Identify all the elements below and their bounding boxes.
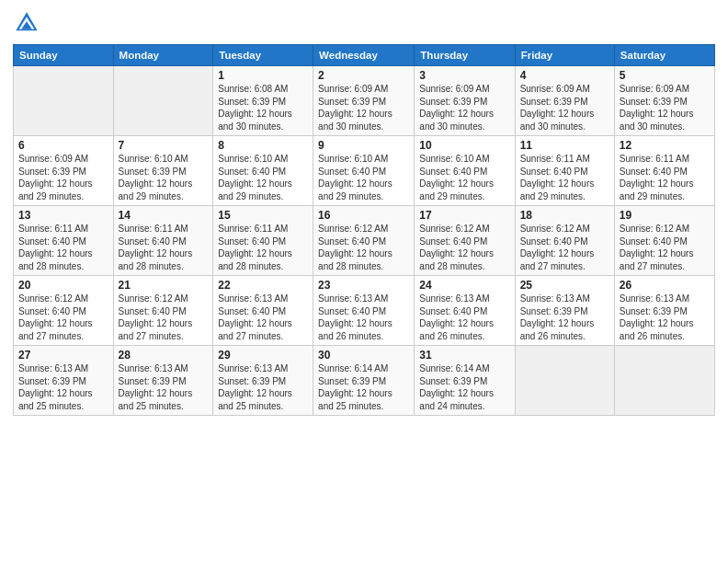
calendar-cell: 14Sunrise: 6:11 AM Sunset: 6:40 PM Dayli… [113, 206, 213, 276]
day-number: 31 [419, 349, 509, 362]
calendar-header-thursday: Thursday [415, 45, 515, 66]
day-number: 9 [318, 139, 409, 152]
calendar-cell: 12Sunrise: 6:11 AM Sunset: 6:40 PM Dayli… [614, 136, 714, 206]
day-number: 10 [419, 139, 509, 152]
day-number: 24 [419, 279, 509, 292]
calendar-cell: 15Sunrise: 6:11 AM Sunset: 6:40 PM Dayli… [213, 206, 313, 276]
day-info: Sunrise: 6:14 AM Sunset: 6:39 PM Dayligh… [318, 362, 409, 412]
calendar-cell [113, 66, 213, 136]
day-number: 12 [620, 139, 710, 152]
day-info: Sunrise: 6:13 AM Sunset: 6:39 PM Dayligh… [218, 362, 308, 412]
calendar-table: SundayMondayTuesdayWednesdayThursdayFrid… [13, 44, 715, 416]
logo-icon [13, 9, 40, 37]
logo [13, 9, 44, 37]
day-number: 23 [318, 279, 409, 292]
day-info: Sunrise: 6:13 AM Sunset: 6:39 PM Dayligh… [119, 362, 209, 412]
day-info: Sunrise: 6:13 AM Sunset: 6:40 PM Dayligh… [218, 293, 308, 342]
day-info: Sunrise: 6:11 AM Sunset: 6:40 PM Dayligh… [218, 223, 308, 272]
calendar-cell: 13Sunrise: 6:11 AM Sunset: 6:40 PM Dayli… [14, 206, 114, 276]
day-number: 5 [620, 69, 710, 82]
calendar-cell: 29Sunrise: 6:13 AM Sunset: 6:39 PM Dayli… [213, 346, 313, 416]
calendar-week-4: 20Sunrise: 6:12 AM Sunset: 6:40 PM Dayli… [14, 276, 715, 346]
header [13, 9, 715, 37]
calendar-cell: 16Sunrise: 6:12 AM Sunset: 6:40 PM Dayli… [313, 206, 415, 276]
calendar-header-wednesday: Wednesday [313, 45, 415, 66]
calendar-cell: 18Sunrise: 6:12 AM Sunset: 6:40 PM Dayli… [515, 206, 614, 276]
calendar-header-sunday: Sunday [14, 45, 114, 66]
calendar-week-2: 6Sunrise: 6:09 AM Sunset: 6:39 PM Daylig… [14, 136, 715, 206]
day-info: Sunrise: 6:12 AM Sunset: 6:40 PM Dayligh… [318, 223, 409, 272]
day-info: Sunrise: 6:12 AM Sunset: 6:40 PM Dayligh… [419, 223, 509, 272]
calendar-header-saturday: Saturday [614, 45, 714, 66]
day-info: Sunrise: 6:11 AM Sunset: 6:40 PM Dayligh… [18, 223, 108, 272]
day-info: Sunrise: 6:12 AM Sunset: 6:40 PM Dayligh… [119, 293, 209, 342]
day-info: Sunrise: 6:13 AM Sunset: 6:39 PM Dayligh… [520, 293, 609, 342]
calendar-cell: 26Sunrise: 6:13 AM Sunset: 6:39 PM Dayli… [614, 276, 714, 346]
day-number: 6 [18, 139, 108, 152]
day-number: 25 [520, 279, 609, 292]
day-number: 8 [218, 139, 308, 152]
calendar-cell: 9Sunrise: 6:10 AM Sunset: 6:40 PM Daylig… [313, 136, 415, 206]
calendar-cell: 7Sunrise: 6:10 AM Sunset: 6:39 PM Daylig… [113, 136, 213, 206]
calendar-header-monday: Monday [113, 45, 213, 66]
day-number: 14 [119, 209, 209, 222]
day-info: Sunrise: 6:13 AM Sunset: 6:39 PM Dayligh… [18, 362, 108, 412]
day-info: Sunrise: 6:09 AM Sunset: 6:39 PM Dayligh… [520, 83, 609, 132]
day-number: 27 [18, 349, 108, 362]
calendar-cell: 31Sunrise: 6:14 AM Sunset: 6:39 PM Dayli… [415, 346, 515, 416]
day-number: 29 [218, 349, 308, 362]
calendar-cell [14, 66, 114, 136]
day-info: Sunrise: 6:14 AM Sunset: 6:39 PM Dayligh… [419, 362, 509, 412]
calendar-cell: 28Sunrise: 6:13 AM Sunset: 6:39 PM Dayli… [113, 346, 213, 416]
day-number: 15 [218, 209, 308, 222]
day-number: 2 [318, 69, 409, 82]
day-info: Sunrise: 6:09 AM Sunset: 6:39 PM Dayligh… [318, 83, 409, 132]
day-number: 17 [419, 209, 509, 222]
calendar-cell: 2Sunrise: 6:09 AM Sunset: 6:39 PM Daylig… [313, 66, 415, 136]
day-info: Sunrise: 6:13 AM Sunset: 6:39 PM Dayligh… [620, 293, 710, 342]
day-info: Sunrise: 6:11 AM Sunset: 6:40 PM Dayligh… [119, 223, 209, 272]
calendar-cell: 17Sunrise: 6:12 AM Sunset: 6:40 PM Dayli… [415, 206, 515, 276]
day-number: 4 [520, 69, 609, 82]
calendar-cell: 30Sunrise: 6:14 AM Sunset: 6:39 PM Dayli… [313, 346, 415, 416]
day-number: 18 [520, 209, 609, 222]
day-number: 21 [119, 279, 209, 292]
day-info: Sunrise: 6:12 AM Sunset: 6:40 PM Dayligh… [520, 223, 609, 272]
calendar-cell: 4Sunrise: 6:09 AM Sunset: 6:39 PM Daylig… [515, 66, 614, 136]
day-number: 3 [419, 69, 509, 82]
page: SundayMondayTuesdayWednesdayThursdayFrid… [0, 0, 728, 563]
day-info: Sunrise: 6:09 AM Sunset: 6:39 PM Dayligh… [620, 83, 710, 132]
calendar-header-tuesday: Tuesday [213, 45, 313, 66]
day-number: 13 [18, 209, 108, 222]
calendar-cell: 10Sunrise: 6:10 AM Sunset: 6:40 PM Dayli… [415, 136, 515, 206]
day-number: 7 [119, 139, 209, 152]
calendar-cell: 3Sunrise: 6:09 AM Sunset: 6:39 PM Daylig… [415, 66, 515, 136]
day-info: Sunrise: 6:10 AM Sunset: 6:40 PM Dayligh… [218, 153, 308, 202]
day-info: Sunrise: 6:12 AM Sunset: 6:40 PM Dayligh… [620, 223, 710, 272]
day-number: 1 [218, 69, 308, 82]
calendar-cell: 8Sunrise: 6:10 AM Sunset: 6:40 PM Daylig… [213, 136, 313, 206]
day-info: Sunrise: 6:08 AM Sunset: 6:39 PM Dayligh… [218, 83, 308, 132]
day-info: Sunrise: 6:11 AM Sunset: 6:40 PM Dayligh… [520, 153, 609, 202]
day-info: Sunrise: 6:11 AM Sunset: 6:40 PM Dayligh… [620, 153, 710, 202]
day-number: 16 [318, 209, 409, 222]
calendar-cell: 6Sunrise: 6:09 AM Sunset: 6:39 PM Daylig… [14, 136, 114, 206]
calendar-cell: 25Sunrise: 6:13 AM Sunset: 6:39 PM Dayli… [515, 276, 614, 346]
day-info: Sunrise: 6:10 AM Sunset: 6:39 PM Dayligh… [119, 153, 209, 202]
calendar-cell: 23Sunrise: 6:13 AM Sunset: 6:40 PM Dayli… [313, 276, 415, 346]
calendar-cell: 1Sunrise: 6:08 AM Sunset: 6:39 PM Daylig… [213, 66, 313, 136]
calendar-week-3: 13Sunrise: 6:11 AM Sunset: 6:40 PM Dayli… [14, 206, 715, 276]
calendar-week-5: 27Sunrise: 6:13 AM Sunset: 6:39 PM Dayli… [14, 346, 715, 416]
calendar-cell: 11Sunrise: 6:11 AM Sunset: 6:40 PM Dayli… [515, 136, 614, 206]
calendar-week-1: 1Sunrise: 6:08 AM Sunset: 6:39 PM Daylig… [14, 66, 715, 136]
day-info: Sunrise: 6:12 AM Sunset: 6:40 PM Dayligh… [18, 293, 108, 342]
calendar-cell: 22Sunrise: 6:13 AM Sunset: 6:40 PM Dayli… [213, 276, 313, 346]
calendar-cell: 27Sunrise: 6:13 AM Sunset: 6:39 PM Dayli… [14, 346, 114, 416]
day-info: Sunrise: 6:13 AM Sunset: 6:40 PM Dayligh… [419, 293, 509, 342]
calendar-cell [515, 346, 614, 416]
day-number: 30 [318, 349, 409, 362]
calendar-cell: 21Sunrise: 6:12 AM Sunset: 6:40 PM Dayli… [113, 276, 213, 346]
day-info: Sunrise: 6:10 AM Sunset: 6:40 PM Dayligh… [419, 153, 509, 202]
day-number: 11 [520, 139, 609, 152]
day-number: 28 [119, 349, 209, 362]
